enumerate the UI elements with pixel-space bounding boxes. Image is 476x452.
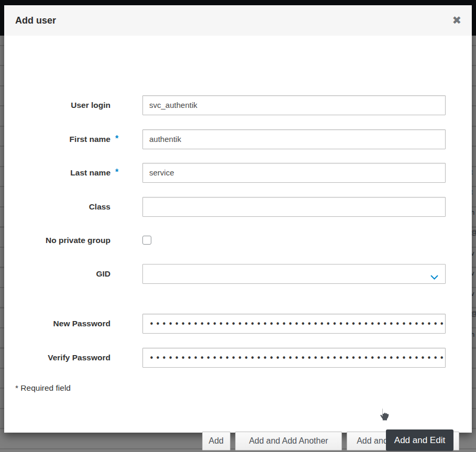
class-row: Class	[4, 197, 472, 217]
user-login-input[interactable]: svc_authentik	[142, 95, 446, 115]
no-private-group-row: No private group	[4, 230, 472, 250]
required-asterisk: *	[115, 129, 118, 148]
class-input[interactable]	[142, 197, 446, 217]
last-name-label: Last name	[15, 163, 110, 183]
dialog-title: Add user	[15, 5, 56, 36]
verify-password-input[interactable]: ••••••••••••••••••••••••••••••••••••••••…	[142, 348, 446, 368]
verify-password-label: Verify Password	[15, 348, 110, 368]
class-label: Class	[15, 197, 110, 217]
close-icon[interactable]: ✖	[452, 5, 461, 36]
first-name-label: First name	[15, 129, 110, 149]
dialog-header: Add user ✖	[4, 5, 472, 36]
user-login-row: User login svc_authentik	[4, 95, 472, 115]
add-and-add-another-button[interactable]: Add and Add Another	[235, 432, 342, 450]
gid-label: GID	[15, 264, 110, 284]
gid-row: GID	[4, 264, 472, 284]
new-password-row: New Password •••••••••••••••••••••••••••…	[4, 314, 472, 334]
required-asterisk: *	[115, 163, 118, 182]
new-password-label: New Password	[15, 314, 110, 334]
dialog-body: User login svc_authentik First name * au…	[4, 36, 472, 433]
first-name-input[interactable]: authentik	[142, 129, 446, 149]
no-private-group-checkbox[interactable]	[142, 236, 151, 245]
add-user-dialog: Add user ✖ User login svc_authentik Firs…	[4, 5, 472, 433]
no-private-group-label: No private group	[15, 230, 110, 250]
chevron-down-icon	[430, 272, 438, 282]
first-name-row: First name * authentik	[4, 129, 472, 149]
last-name-input[interactable]: service	[142, 163, 446, 183]
user-login-label: User login	[15, 95, 110, 115]
required-field-note: * Required field	[15, 383, 71, 393]
verify-password-row: Verify Password ••••••••••••••••••••••••…	[4, 348, 472, 368]
last-name-row: Last name * service	[4, 163, 472, 183]
add-button[interactable]: Add	[202, 432, 230, 450]
tooltip: Add and Edit	[386, 429, 453, 451]
new-password-input[interactable]: ••••••••••••••••••••••••••••••••••••••••…	[142, 314, 446, 334]
gid-select[interactable]	[142, 264, 446, 284]
